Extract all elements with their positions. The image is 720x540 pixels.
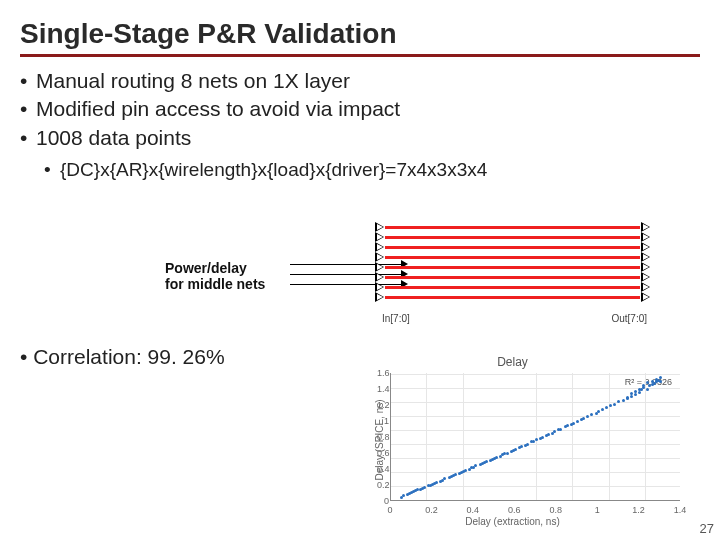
net-line xyxy=(385,296,640,299)
net-line xyxy=(385,256,640,259)
chart-point xyxy=(651,380,654,383)
buffer-icon xyxy=(375,252,384,262)
bullet-item: 1008 data points xyxy=(20,124,700,152)
delay-chart: Delay R² = 0.9326 Delay (SPICE, ns) Dela… xyxy=(335,355,690,525)
chart-y-tick: 0 xyxy=(377,496,389,506)
chart-point xyxy=(582,417,585,420)
chart-y-tick: 0.4 xyxy=(377,464,389,474)
chart-point xyxy=(402,494,405,497)
chart-point xyxy=(597,410,600,413)
chart-point xyxy=(559,428,562,431)
chart-x-tick: 0.4 xyxy=(467,505,480,515)
chart-x-tick: 0.8 xyxy=(549,505,562,515)
chart-y-tick: 1 xyxy=(377,416,389,426)
annotation-label: Power/delay for middle nets xyxy=(165,260,265,292)
chart-x-axis-label: Delay (extraction, ns) xyxy=(465,516,559,527)
chart-point xyxy=(495,456,498,459)
chart-point xyxy=(520,445,523,448)
chart-point xyxy=(464,469,467,472)
buffer-icon xyxy=(375,262,384,272)
chart-point xyxy=(423,486,426,489)
chart-point xyxy=(514,448,517,451)
annotation-line1: Power/delay xyxy=(165,260,265,276)
net-diagram: In[7:0] Out[7:0] xyxy=(335,220,690,320)
net-line xyxy=(385,266,640,269)
sub-bullet-list: {DC}x{AR}x{wirelength}x{load}x{driver}=7… xyxy=(0,152,720,183)
chart-point xyxy=(576,420,579,423)
chart-point xyxy=(657,379,660,382)
chart-y-tick: 1.2 xyxy=(377,400,389,410)
buffer-icon xyxy=(641,272,650,282)
annotation-line2: for middle nets xyxy=(165,276,265,292)
chart-y-tick: 0.6 xyxy=(377,448,389,458)
chart-title: Delay xyxy=(497,355,528,369)
chart-point xyxy=(454,473,457,476)
chart-point xyxy=(590,413,593,416)
chart-point xyxy=(617,400,620,403)
chart-plot-area xyxy=(390,373,680,501)
page-number: 27 xyxy=(700,521,714,536)
chart-point xyxy=(547,433,550,436)
chart-point xyxy=(535,438,538,441)
bullet-item: Modified pin access to avoid via impact xyxy=(20,95,700,123)
chart-x-tick: 0.2 xyxy=(425,505,438,515)
buffer-icon xyxy=(375,232,384,242)
chart-x-tick: 1.4 xyxy=(674,505,687,515)
chart-point xyxy=(572,422,575,425)
chart-point xyxy=(626,396,629,399)
chart-point xyxy=(646,388,649,391)
buffer-icon xyxy=(641,232,650,242)
chart-point xyxy=(601,408,604,411)
net-line xyxy=(385,276,640,279)
bullet-item: Manual routing 8 nets on 1X layer xyxy=(20,67,700,95)
chart-point xyxy=(541,436,544,439)
buffer-icon xyxy=(641,262,650,272)
chart-point xyxy=(586,415,589,418)
buffer-icon xyxy=(641,292,650,302)
chart-point xyxy=(622,399,625,402)
buffer-icon xyxy=(641,252,650,262)
correlation-text: Correlation: 99. 26% xyxy=(20,345,225,369)
sub-bullet-item: {DC}x{AR}x{wirelength}x{load}x{driver}=7… xyxy=(44,158,720,183)
buffer-icon xyxy=(641,222,650,232)
chart-point xyxy=(613,403,616,406)
buffer-icon xyxy=(375,272,384,282)
page-title: Single-Stage P&R Validation xyxy=(0,0,720,54)
chart-point xyxy=(634,390,637,393)
chart-x-tick: 0.6 xyxy=(508,505,521,515)
chart-point xyxy=(443,477,446,480)
chart-point xyxy=(609,404,612,407)
chart-point xyxy=(659,376,662,379)
buffer-icon xyxy=(375,242,384,252)
buffer-icon xyxy=(375,222,384,232)
chart-point xyxy=(638,388,641,391)
chart-point xyxy=(638,391,641,394)
net-line xyxy=(385,286,640,289)
chart-point xyxy=(553,430,556,433)
chart-point xyxy=(566,424,569,427)
chart-point xyxy=(526,443,529,446)
bullet-list: Manual routing 8 nets on 1X layer Modifi… xyxy=(0,67,720,152)
buffer-icon xyxy=(641,242,650,252)
title-underline xyxy=(20,54,700,57)
chart-y-tick: 1.6 xyxy=(377,368,389,378)
chart-x-tick: 1 xyxy=(595,505,600,515)
net-out-label: Out[7:0] xyxy=(611,313,647,324)
chart-point xyxy=(435,481,438,484)
buffer-icon xyxy=(375,292,384,302)
net-line xyxy=(385,226,640,229)
chart-point xyxy=(630,395,633,398)
net-line xyxy=(385,246,640,249)
chart-x-tick: 0 xyxy=(387,505,392,515)
chart-x-tick: 1.2 xyxy=(632,505,645,515)
chart-y-tick: 0.8 xyxy=(377,432,389,442)
chart-y-tick: 1.4 xyxy=(377,384,389,394)
buffer-icon xyxy=(375,282,384,292)
net-in-label: In[7:0] xyxy=(382,313,410,324)
chart-point xyxy=(506,452,509,455)
chart-point xyxy=(485,460,488,463)
chart-y-tick: 0.2 xyxy=(377,480,389,490)
net-line xyxy=(385,236,640,239)
chart-point xyxy=(605,406,608,409)
buffer-icon xyxy=(641,282,650,292)
